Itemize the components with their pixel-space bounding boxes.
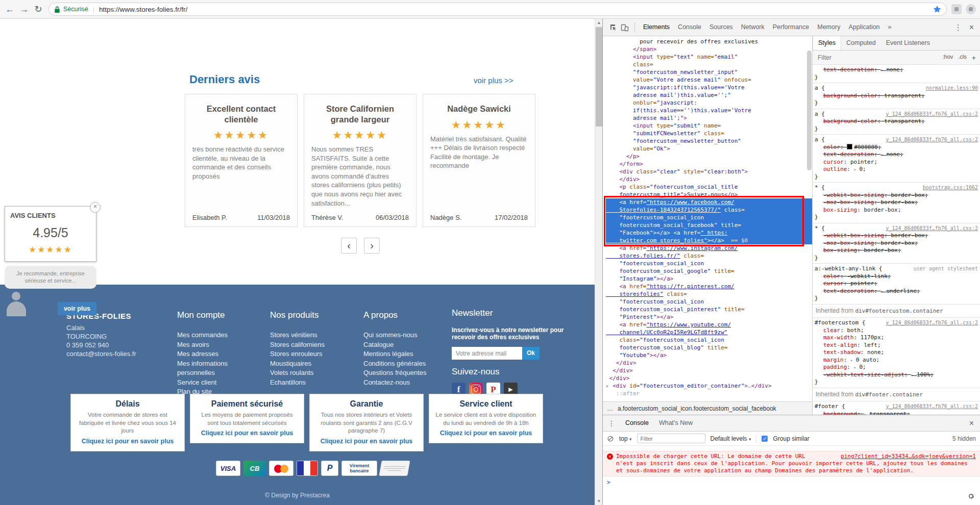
code-line[interactable]: footercustom_social_facebook" title= xyxy=(606,221,812,229)
css-property[interactable]: text-shadow: none; xyxy=(815,349,978,357)
see-more-reviews-link[interactable]: voir plus >> xyxy=(474,76,513,85)
devtools-tab-elements[interactable]: Elements xyxy=(639,19,674,36)
footer-link[interactable]: Conditions générales xyxy=(363,359,445,369)
css-property[interactable]: text-decoration: ▸ underline; xyxy=(815,288,978,295)
newsletter-email-input[interactable] xyxy=(452,347,522,360)
inspect-element-icon[interactable] xyxy=(608,22,619,33)
code-line[interactable]: "footercustom_newsletter_input" xyxy=(606,68,812,76)
inherited-element-ref[interactable]: div#footer.container xyxy=(855,391,922,398)
devtools-tab-performance[interactable]: Performance xyxy=(769,19,814,36)
console-tab-console[interactable]: Console xyxy=(620,415,654,431)
devtools-tab-application[interactable]: Application xyxy=(844,19,884,36)
code-line[interactable]: footercustom_title">Suivez-nous</p> xyxy=(606,191,812,198)
hidden-messages-count[interactable]: 5 hidden xyxy=(952,435,976,442)
css-property[interactable]: padding: ▸ 0; xyxy=(815,364,978,371)
css-property[interactable]: -moz-box-sizing: border-box; xyxy=(815,240,978,247)
back-button[interactable]: ← xyxy=(3,0,16,19)
devtools-tab-console[interactable]: Console xyxy=(674,19,705,36)
footer-link[interactable]: Service client xyxy=(177,378,259,388)
error-source-link[interactable]: ping?client_id=33434…&sdk=joey&version=1 xyxy=(841,453,976,460)
scrollbar-up-icon[interactable]: ▲ xyxy=(595,19,603,27)
stylesheet-source-link[interactable]: v_124_86d06833f…fb76_all.css:2 xyxy=(886,136,978,144)
css-property[interactable]: box-sizing: border-box; xyxy=(815,247,978,255)
device-toolbar-icon[interactable] xyxy=(619,22,630,33)
info-box-link[interactable]: Cliquez ici pour en savoir plus xyxy=(434,430,537,437)
footer-link[interactable]: Plan du site xyxy=(177,387,259,397)
execution-context-selector[interactable]: top ▾ xyxy=(619,435,632,442)
devtools-close-icon[interactable]: × xyxy=(967,23,980,32)
code-line[interactable]: </p> xyxy=(606,153,812,160)
code-line[interactable]: <a href="https://www.facebook.com/ xyxy=(606,198,812,206)
css-property[interactable]: max-width: 1170px; xyxy=(815,334,978,342)
carousel-next-button[interactable]: › xyxy=(364,238,380,254)
footer-link[interactable]: Mentions légales xyxy=(363,349,445,359)
css-property[interactable]: -webkit-box-sizing: border-box; xyxy=(815,232,978,240)
console-prompt[interactable]: > xyxy=(603,476,980,488)
new-style-rule-button[interactable]: + xyxy=(972,54,976,62)
stylesheet-source-link[interactable]: v_124_86d06833f…fb76_all.css:2 xyxy=(886,403,978,411)
stylesheet-source-link[interactable]: v_124_86d06833f…fb76_all.css:2 xyxy=(886,225,978,233)
console-close-icon[interactable]: × xyxy=(963,419,980,428)
css-property[interactable]: cursor: pointer; xyxy=(815,159,978,166)
extension-icon[interactable] xyxy=(951,4,962,14)
css-property[interactable]: color: #000000; xyxy=(815,144,978,152)
breadcrumb-selected-element[interactable]: a.footercustom_social_icon.footercustom_… xyxy=(618,405,776,412)
stylesheet-source-link[interactable]: bootstrap.css:1062 xyxy=(923,184,978,192)
footer-link[interactable]: Mes informations personnelles xyxy=(177,359,259,378)
code-line[interactable]: footercustom_social_pinterest" title= xyxy=(606,306,812,313)
footer-link[interactable]: Stores vénitiens xyxy=(270,331,352,340)
code-line[interactable]: </div> xyxy=(606,175,812,183)
scrollbar-thumb[interactable] xyxy=(596,27,602,127)
code-line[interactable]: <p class="footercustom_social_title xyxy=(606,183,812,191)
code-line[interactable]: channel/UCc0oR2pI5Re9LGTd8ft9zw" xyxy=(606,329,812,336)
footer-link[interactable]: Moustiquaires xyxy=(270,359,352,369)
code-line[interactable]: pour recevoir des offres exclusives xyxy=(606,38,812,45)
footer-link[interactable]: Mes adresses xyxy=(177,349,259,359)
dom-scrollbar-thumb[interactable] xyxy=(807,50,812,170)
code-line[interactable]: <input type="submit" name= xyxy=(606,122,812,130)
bookmark-star-icon[interactable] xyxy=(933,5,941,13)
toggle-cls-button[interactable]: .cls xyxy=(958,54,967,62)
code-line[interactable]: </div> xyxy=(606,374,812,382)
page-scrollbar[interactable]: ▲ ▼ xyxy=(595,19,602,505)
code-line[interactable]: <a href="https://www.instagram.com/ xyxy=(606,244,812,252)
toggle-hov-button[interactable]: :hov xyxy=(943,54,953,62)
code-line[interactable]: footercustom_social_google" title= xyxy=(606,267,812,275)
inherited-element-ref[interactable]: div#footercustom.container xyxy=(855,308,943,314)
code-line[interactable]: </span> xyxy=(606,45,812,53)
css-property[interactable]: background: ▸ transparent; xyxy=(815,411,978,415)
footer-link[interactable]: Echantillons xyxy=(270,378,352,388)
code-line[interactable]: "Instagram"></a> xyxy=(606,275,812,283)
console-drawer-menu-icon[interactable]: ⋮ xyxy=(603,419,620,427)
url-text[interactable]: https://www.stores-folies.fr/fr/ xyxy=(99,6,187,13)
widget-close-icon[interactable]: × xyxy=(90,202,101,213)
code-line[interactable]: storesfolies" class= xyxy=(606,290,812,298)
carousel-prev-button[interactable]: ‹ xyxy=(341,238,357,254)
info-box-link[interactable]: Cliquez ici pour en savoir plus xyxy=(76,438,179,445)
reload-button[interactable]: ↻ xyxy=(32,0,45,19)
code-line[interactable]: "javascript:if(this.value=='Votre xyxy=(606,84,812,91)
code-line[interactable]: if(this.value=='')this.value='Votre xyxy=(606,107,812,114)
footer-link[interactable]: Catalogue xyxy=(363,340,445,350)
footer-link[interactable]: Qui sommes-nous xyxy=(363,331,445,340)
stylesheet-source-link[interactable]: normalize.less:90 xyxy=(926,85,978,92)
css-property[interactable]: box-sizing: border-box; xyxy=(815,207,978,214)
code-line[interactable]: class="footercustom_social_icon xyxy=(606,336,812,344)
styles-filter-input[interactable] xyxy=(817,54,880,62)
scrollbar-down-icon[interactable]: ▼ xyxy=(595,497,603,505)
code-line[interactable]: value="Ok"> xyxy=(606,145,812,153)
group-similar-checkbox[interactable]: ✓ xyxy=(762,436,768,442)
footer-link[interactable]: Mes commandes xyxy=(177,331,259,340)
code-line[interactable]: onblur="javascript: xyxy=(606,99,812,107)
css-property[interactable]: cursor: pointer; xyxy=(815,280,978,288)
code-line[interactable]: "footercustom_social_icon xyxy=(606,260,812,267)
footer-link[interactable]: Stores californiens xyxy=(270,340,352,350)
widget-see-more-button[interactable]: voir plus xyxy=(58,302,96,315)
devtools-tab-sources[interactable]: Sources xyxy=(705,19,737,36)
code-line[interactable]: adresse mail';"> xyxy=(606,114,812,122)
code-line[interactable]: <div class="clear" style="clear:both"> xyxy=(606,168,812,175)
css-property[interactable]: background-color: transparent; xyxy=(815,92,978,100)
css-property[interactable]: outline: ▸ 0; xyxy=(815,166,978,173)
code-line[interactable]: </div> xyxy=(606,359,812,367)
log-levels-dropdown[interactable]: Default levels ▾ xyxy=(710,435,751,442)
